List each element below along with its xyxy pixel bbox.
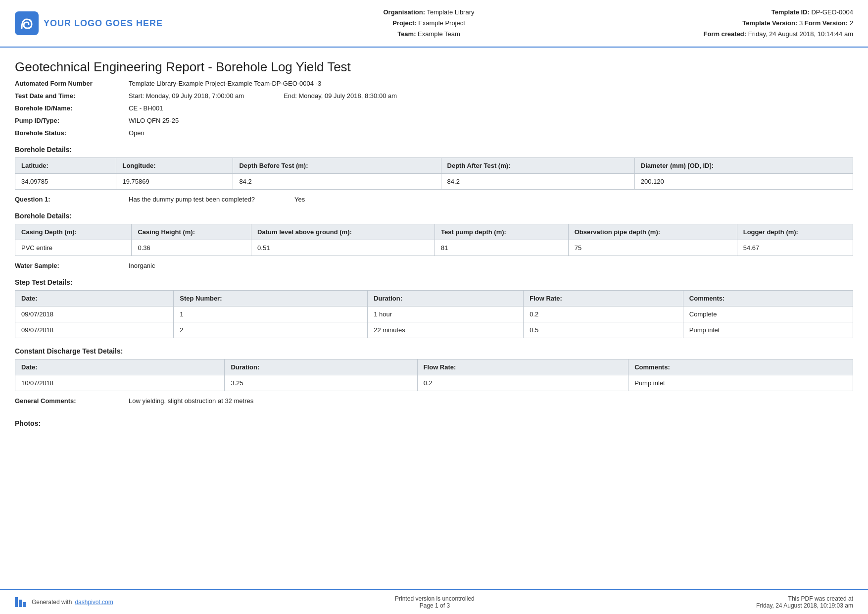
td-flow-1: 0.2 <box>524 307 683 322</box>
table-header-row: Latitude: Longitude: Depth Before Test (… <box>15 158 853 174</box>
th-cd-date: Date: <box>15 359 225 375</box>
project-value: Example Project <box>418 19 465 27</box>
constant-discharge-table: Date: Duration: Flow Rate: Comments: 10/… <box>15 359 853 391</box>
th-comments: Comments: <box>683 291 853 307</box>
footer-pdf-created: This PDF was created at <box>756 595 853 602</box>
svg-rect-0 <box>15 597 18 607</box>
header-logo: YOUR LOGO GOES HERE <box>15 11 163 35</box>
th-cd-flow: Flow Rate: <box>417 359 628 375</box>
automated-form-label: Automated Form Number <box>15 80 129 87</box>
table-row: 09/07/2018 1 1 hour 0.2 Complete <box>15 307 853 322</box>
borehole-details-2-title: Borehole Details: <box>15 212 853 220</box>
step-test-title: Step Test Details: <box>15 278 853 286</box>
td-depth-after: 84.2 <box>441 174 634 190</box>
borehole-id-label: Borehole ID/Name: <box>15 104 129 112</box>
th-depth-before: Depth Before Test (m): <box>233 158 441 174</box>
td-casing-depth: PVC entire <box>15 240 132 256</box>
th-pump-depth: Test pump depth (m): <box>434 224 568 240</box>
photos-title: Photos: <box>15 419 853 427</box>
logo-icon <box>15 11 39 35</box>
template-id-label: Template ID: <box>772 8 810 16</box>
footer-uncontrolled: Printed version is uncontrolled <box>395 595 475 602</box>
test-date-end: End: Monday, 09 July 2018, 8:30:00 am <box>284 92 397 100</box>
org-label: Organisation: <box>384 8 426 16</box>
template-version-label: Template Version: <box>742 19 797 27</box>
water-sample-label: Water Sample: <box>15 262 129 269</box>
svg-rect-1 <box>19 600 22 607</box>
th-depth-after: Depth After Test (m): <box>441 158 634 174</box>
template-version-value: 3 <box>799 19 805 27</box>
general-comments-row: General Comments: Low yielding, slight o… <box>15 397 853 405</box>
td-longitude: 19.75869 <box>116 174 233 190</box>
td-datum: 0.51 <box>251 240 435 256</box>
td-depth-before: 84.2 <box>233 174 441 190</box>
th-latitude: Latitude: <box>15 158 116 174</box>
th-casing-depth: Casing Depth (m): <box>15 224 132 240</box>
td-cd-flow: 0.2 <box>417 375 628 391</box>
td-duration-1: 1 hour <box>368 307 524 322</box>
th-logger-depth: Logger depth (m): <box>737 224 853 240</box>
template-id-value: DP-GEO-0004 <box>811 8 853 16</box>
footer-page: Page 1 of 3 <box>395 602 475 609</box>
table-header-row: Casing Depth (m): Casing Height (m): Dat… <box>15 224 853 240</box>
td-diameter: 200.120 <box>634 174 853 190</box>
borehole-details-2-table: Casing Depth (m): Casing Height (m): Dat… <box>15 224 853 256</box>
th-cd-duration: Duration: <box>225 359 417 375</box>
th-diameter: Diameter (mm) [OD, ID]: <box>634 158 853 174</box>
td-logger-depth: 54.67 <box>737 240 853 256</box>
borehole-status-row: Borehole Status: Open <box>15 129 853 137</box>
footer-generated-text: Generated with <box>32 599 72 606</box>
header: YOUR LOGO GOES HERE Organisation: Templa… <box>0 0 868 48</box>
td-comments-1: Complete <box>683 307 853 322</box>
org-value: Template Library <box>427 8 474 16</box>
form-version-value: 2 <box>850 19 853 27</box>
form-created-label: Form created: <box>703 30 746 38</box>
question1-text: Has the dummy pump test been completed? <box>129 196 255 203</box>
test-date-start: Start: Monday, 09 July 2018, 7:00:00 am <box>129 92 244 100</box>
table-header-row: Date: Duration: Flow Rate: Comments: <box>15 359 853 375</box>
team-value: Example Team <box>418 30 460 38</box>
td-date-1: 09/07/2018 <box>15 307 174 322</box>
report-title: Geotechnical Engineering Report - Boreho… <box>15 59 853 75</box>
th-flow-rate: Flow Rate: <box>524 291 683 307</box>
th-longitude: Longitude: <box>116 158 233 174</box>
borehole-id-row: Borehole ID/Name: CE - BH001 <box>15 104 853 112</box>
pump-id-label: Pump ID/Type: <box>15 117 129 124</box>
project-label: Project: <box>392 19 416 27</box>
th-casing-height: Casing Height (m): <box>132 224 251 240</box>
form-version-label: Form Version: <box>805 19 850 27</box>
footer-left: Generated with dashpivot.com <box>15 597 113 607</box>
th-obs-pipe: Observation pipe depth (m): <box>568 224 737 240</box>
water-sample-value: Inorganic <box>129 262 155 269</box>
pump-id-value: WILO QFN 25-25 <box>129 117 179 124</box>
borehole-status-label: Borehole Status: <box>15 129 129 137</box>
footer-center: Printed version is uncontrolled Page 1 o… <box>395 595 475 609</box>
td-latitude: 34.09785 <box>15 174 116 190</box>
td-cd-comments: Pump inlet <box>628 375 853 391</box>
table-row: 10/07/2018 3.25 0.2 Pump inlet <box>15 375 853 391</box>
td-step-2: 2 <box>174 322 368 338</box>
step-test-table: Date: Step Number: Duration: Flow Rate: … <box>15 290 853 338</box>
header-right: Template ID: DP-GEO-0004 Template Versio… <box>695 7 853 40</box>
borehole-status-value: Open <box>129 129 145 137</box>
logo-text: YOUR LOGO GOES HERE <box>44 18 163 29</box>
footer: Generated with dashpivot.com Printed ver… <box>0 589 868 614</box>
th-date: Date: <box>15 291 174 307</box>
constant-discharge-title: Constant Discharge Test Details: <box>15 347 853 355</box>
automated-form-value: Template Library-Example Project-Example… <box>129 80 321 87</box>
td-obs-pipe: 75 <box>568 240 737 256</box>
svg-rect-2 <box>23 602 26 607</box>
footer-dashpivot-link[interactable]: dashpivot.com <box>75 599 113 606</box>
team-label: Team: <box>397 30 416 38</box>
td-comments-2: Pump inlet <box>683 322 853 338</box>
td-cd-duration: 3.25 <box>225 375 417 391</box>
table-row: PVC entire 0.36 0.51 81 75 54.67 <box>15 240 853 256</box>
question1-label: Question 1: <box>15 196 129 203</box>
borehole-details-1-table: Latitude: Longitude: Depth Before Test (… <box>15 157 853 190</box>
table-header-row: Date: Step Number: Duration: Flow Rate: … <box>15 291 853 307</box>
borehole-details-1-title: Borehole Details: <box>15 146 853 154</box>
question1-row: Question 1: Has the dummy pump test been… <box>15 196 853 203</box>
test-date-label: Test Date and Time: <box>15 92 129 100</box>
test-date-row: Test Date and Time: Start: Monday, 09 Ju… <box>15 92 853 100</box>
header-center: Organisation: Template Library Project: … <box>163 7 695 40</box>
